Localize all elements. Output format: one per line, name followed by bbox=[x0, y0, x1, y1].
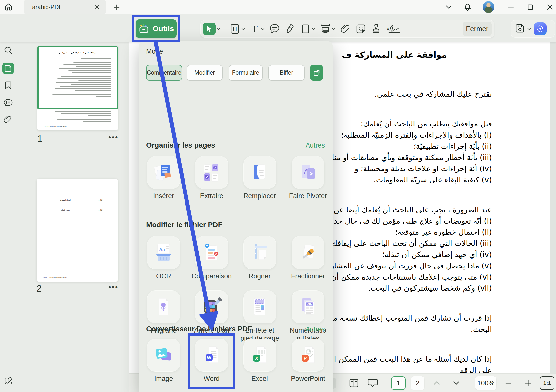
rotate-pages-icon: A bbox=[298, 162, 318, 183]
save-chevron-icon[interactable] bbox=[527, 27, 531, 31]
shape-tool-icon[interactable] bbox=[300, 23, 311, 34]
page-number-current[interactable]: 1 bbox=[391, 376, 406, 390]
measure-tool-icon[interactable] bbox=[320, 23, 331, 34]
heading-tool-icon[interactable]: H bbox=[229, 23, 240, 34]
minimize-window-icon[interactable] bbox=[506, 2, 516, 12]
text-tool-chevron-icon[interactable] bbox=[261, 28, 265, 30]
mode-commentaire-button[interactable]: Commentaire bbox=[146, 65, 182, 81]
annotation-toolbar: H T bbox=[200, 20, 494, 38]
replace-pages-icon bbox=[249, 162, 270, 183]
tool-tile-arriere-plan[interactable] bbox=[195, 290, 228, 323]
chevron-down-icon[interactable] bbox=[444, 2, 454, 12]
doc-line: عند الضرورة ، يجب على الباحث أن يُعلمك أ… bbox=[318, 204, 492, 215]
tool-tile-extraire[interactable] bbox=[195, 156, 228, 189]
extract-pages-icon bbox=[201, 162, 222, 183]
vertical-scroll-gutter[interactable] bbox=[550, 42, 556, 392]
viewport-indicator[interactable] bbox=[37, 46, 118, 109]
divider bbox=[384, 378, 384, 388]
thumbnail-menu-button[interactable]: ••• bbox=[108, 133, 119, 142]
open-mode-external-button[interactable] bbox=[310, 65, 323, 81]
tool-tile-comparaison[interactable] bbox=[195, 236, 228, 269]
convertisseur-autres-link[interactable]: Autres bbox=[306, 325, 325, 333]
two-page-view-icon[interactable] bbox=[347, 376, 361, 390]
compare-icon bbox=[201, 242, 222, 263]
search-icon[interactable] bbox=[2, 45, 14, 56]
comments-panel-icon[interactable] bbox=[2, 97, 14, 109]
doc-line: البحث. bbox=[318, 324, 492, 335]
outils-label: Outils bbox=[153, 24, 174, 33]
main-toolbar: Outils H T bbox=[0, 14, 556, 42]
save-icon[interactable] bbox=[515, 24, 525, 34]
mode-formulaire-button[interactable]: Formulaire bbox=[229, 65, 263, 81]
notifications-bell-icon[interactable] bbox=[463, 2, 473, 12]
mode-modifier-button[interactable]: Modifier bbox=[187, 65, 223, 81]
bookmarks-icon[interactable] bbox=[2, 80, 14, 91]
zoom-level-value[interactable]: 100% bbox=[475, 376, 496, 390]
color-swatches-icon[interactable] bbox=[2, 375, 14, 386]
user-avatar[interactable] bbox=[483, 1, 494, 13]
stamp-tool-icon[interactable] bbox=[371, 23, 382, 34]
thumbnail-menu-button[interactable]: ••• bbox=[108, 283, 119, 291]
ai-assistant-icon[interactable] bbox=[534, 22, 547, 35]
select-tool-chevron-icon[interactable] bbox=[217, 28, 220, 30]
attachments-panel-icon[interactable] bbox=[2, 114, 14, 125]
doc-line: (iii) بأيّة أخطار ممكنة ومتوقعة وبأي مضا… bbox=[318, 152, 492, 163]
section-title-organiser: Organiser les pages bbox=[146, 141, 215, 149]
zoom-out-icon[interactable] bbox=[503, 376, 514, 390]
page-thumbnail-1[interactable]: موافقة على المشاركة في بحث دراسي Short F… bbox=[37, 46, 118, 130]
organiser-autres-link[interactable]: Autres bbox=[306, 142, 325, 149]
tool-tile-inserer[interactable] bbox=[147, 156, 180, 189]
tool-tile-faire-pivoter[interactable]: A bbox=[292, 156, 324, 189]
shape-tool-chevron-icon[interactable] bbox=[312, 28, 315, 30]
text-tool-icon[interactable]: T bbox=[249, 23, 260, 34]
signature-tool-icon[interactable]: x bbox=[386, 23, 402, 34]
page-thumbnail-2[interactable]: إمضاء المشارك التاريخ إمضاء الشاهد التار… bbox=[37, 179, 118, 282]
tile-label-inserer: Insérer bbox=[139, 192, 188, 200]
thumbnails-panel-icon[interactable] bbox=[2, 63, 14, 74]
mode-biffer-button[interactable]: Biffer bbox=[268, 65, 305, 81]
new-tab-icon[interactable] bbox=[112, 3, 121, 12]
close-window-icon[interactable] bbox=[545, 2, 555, 12]
tool-tile-rogner[interactable] bbox=[243, 236, 276, 269]
sticker-tool-icon[interactable] bbox=[355, 23, 366, 34]
thumbnail-page-number: 2 bbox=[37, 283, 42, 294]
doc-line: قبل موافقتك يتطلب من الباحث أن يُعلمك: bbox=[318, 118, 492, 129]
tool-tile-ocr[interactable]: Aa bbox=[147, 236, 180, 269]
previous-page-icon[interactable] bbox=[431, 376, 442, 390]
tool-tile-entete-pied[interactable] bbox=[243, 290, 276, 323]
pdf-to-image-icon bbox=[153, 345, 174, 366]
tool-tile-remplacer[interactable] bbox=[243, 156, 276, 189]
tool-tile-numerotation-bates[interactable]: 000123 bbox=[292, 290, 324, 323]
page-number-next[interactable]: 2 bbox=[411, 376, 424, 390]
select-tool-button[interactable] bbox=[203, 23, 216, 35]
maximize-window-icon[interactable] bbox=[525, 2, 535, 12]
outils-button[interactable]: Outils bbox=[136, 19, 177, 38]
actual-size-button[interactable]: 1:1 bbox=[540, 376, 554, 390]
tool-tile-word[interactable]: W bbox=[195, 339, 228, 372]
attachment-tool-icon[interactable] bbox=[340, 23, 351, 34]
tool-tile-fractionner[interactable] bbox=[292, 236, 324, 269]
measure-tool-chevron-icon[interactable] bbox=[332, 28, 335, 30]
presentation-mode-icon[interactable] bbox=[366, 376, 379, 390]
document-tab[interactable]: arabic-PDF bbox=[24, 0, 106, 14]
tool-tile-image[interactable] bbox=[147, 339, 180, 372]
tool-tile-excel[interactable]: X bbox=[243, 339, 276, 372]
fermer-button[interactable]: Fermer bbox=[463, 22, 492, 36]
tile-label-fractionner: Fractionner bbox=[283, 272, 333, 280]
comment-tool-icon[interactable] bbox=[269, 23, 280, 34]
tool-tile-filigrane[interactable] bbox=[147, 290, 180, 323]
heading-tool-chevron-icon[interactable] bbox=[241, 28, 245, 30]
doc-line: نقترح عليك المشاركة في بحث علمي. bbox=[318, 88, 492, 100]
tab-close-icon[interactable] bbox=[93, 3, 101, 11]
tile-label-rogner: Rogner bbox=[235, 272, 285, 280]
pdf-to-excel-icon: X bbox=[249, 345, 270, 366]
tool-tile-powerpoint[interactable]: P bbox=[292, 339, 324, 372]
doc-line: (iv) أي جهد إضافي ممكن أن تبذله؛ bbox=[318, 249, 492, 260]
zoom-in-icon[interactable] bbox=[523, 376, 534, 390]
tile-label-faire-pivoter: Faire Pivoter bbox=[283, 192, 333, 200]
home-button[interactable] bbox=[3, 2, 14, 12]
highlighter-pen-tool-icon[interactable] bbox=[285, 23, 296, 34]
word-badge-letter: W bbox=[207, 355, 211, 360]
svg-text:T: T bbox=[252, 24, 258, 34]
next-page-icon[interactable] bbox=[451, 376, 462, 390]
